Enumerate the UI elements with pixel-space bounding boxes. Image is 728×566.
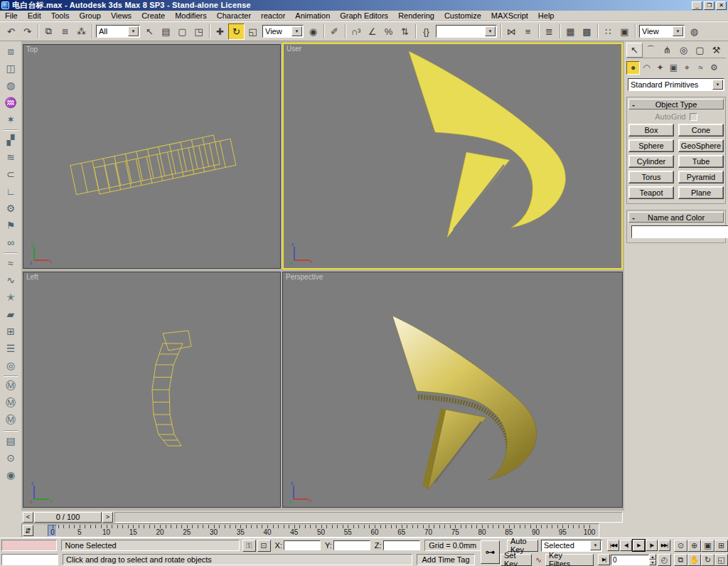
select-and-scale-icon[interactable]: ◱: [245, 23, 261, 40]
menu-graph-editors[interactable]: Graph Editors: [335, 11, 393, 21]
motor-icon[interactable]: ⚙: [2, 200, 19, 217]
close-button[interactable]: ✕: [716, 1, 727, 10]
logo-outer-swoosh[interactable]: [409, 51, 566, 228]
quick-render-icon[interactable]: ◍: [686, 23, 702, 40]
spring-icon[interactable]: ≋: [2, 149, 19, 166]
spinner-snap-toggle-icon[interactable]: ⇅: [397, 23, 413, 40]
render-type-dropdown[interactable]: View▼: [639, 25, 685, 38]
collapse-icon[interactable]: -: [629, 100, 638, 109]
select-by-name-icon[interactable]: ▤: [158, 23, 174, 40]
viewport-left-label[interactable]: Left: [26, 273, 38, 281]
auto-key-button[interactable]: Auto Key: [507, 540, 538, 552]
viewport-perspective[interactable]: Perspective: [282, 272, 623, 508]
zoom-icon[interactable]: ⊙: [674, 540, 687, 552]
percent-snap-toggle-icon[interactable]: %: [380, 23, 397, 40]
next-frame-arrow[interactable]: >: [102, 512, 113, 523]
chevron-down-icon[interactable]: ▼: [291, 26, 302, 36]
geometry-category-icon[interactable]: ●: [626, 61, 640, 75]
menu-modifiers[interactable]: Modifiers: [170, 11, 212, 21]
zoom-all-icon[interactable]: ⊕: [687, 540, 701, 552]
named-selection-sets-dropdown[interactable]: ▼: [436, 25, 497, 38]
autogrid-checkbox[interactable]: [690, 113, 697, 121]
cloth-collection-icon[interactable]: ◫: [2, 60, 19, 77]
create-animation-icon[interactable]: ◉: [2, 466, 19, 484]
reference-coordinate-system-dropdown[interactable]: View▼: [262, 25, 304, 38]
fracture-icon[interactable]: ⊞: [2, 323, 19, 340]
pan-icon[interactable]: ✋: [687, 554, 701, 566]
deforming-mesh-icon[interactable]: ✶: [2, 111, 19, 128]
next-frame-button[interactable]: |▶: [646, 540, 658, 551]
use-pivot-point-center-icon[interactable]: ◉: [305, 23, 321, 40]
render-scene-icon[interactable]: ▣: [616, 23, 633, 40]
selection-lock-icon[interactable]: ⚿: [242, 540, 256, 552]
maximize-button[interactable]: ❒: [704, 1, 714, 10]
viewport-top[interactable]: Top y x z: [23, 44, 281, 269]
rope-icon[interactable]: ∿: [2, 272, 19, 289]
wheel-icon[interactable]: ◎: [2, 357, 19, 374]
object-type-cone-button[interactable]: Cone: [678, 124, 724, 137]
object-type-torus-button[interactable]: Torus: [628, 171, 674, 183]
go-to-end-button[interactable]: ▶▶|: [658, 540, 670, 551]
time-configuration-icon[interactable]: ◴: [658, 554, 671, 566]
plate-icon[interactable]: ▰: [2, 306, 19, 323]
set-key-button[interactable]: Set Key: [500, 554, 532, 566]
object-type-box-button[interactable]: Box: [628, 124, 674, 137]
time-slider-track[interactable]: [114, 512, 623, 523]
chevron-down-icon[interactable]: ▼: [590, 540, 601, 550]
chevron-down-icon[interactable]: ▼: [712, 80, 723, 90]
x-coordinate-field[interactable]: [284, 540, 321, 550]
select-object-icon[interactable]: ↖: [141, 23, 158, 40]
capsule-icon[interactable]: ⊂: [2, 166, 19, 183]
go-to-start-button[interactable]: |◀◀: [607, 540, 619, 551]
set-keys-button[interactable]: ⊶: [481, 540, 500, 564]
chevron-down-icon[interactable]: ▼: [673, 26, 683, 36]
current-frame-field[interactable]: [611, 555, 649, 565]
select-and-rotate-icon[interactable]: ↻: [228, 23, 245, 40]
systems-category-icon[interactable]: ⚙: [707, 61, 721, 75]
menu-tools[interactable]: Tools: [46, 11, 75, 21]
display-tab[interactable]: ▢: [692, 43, 708, 58]
key-filters-button[interactable]: Key Filters...: [545, 554, 594, 566]
viewport-user-label[interactable]: User: [287, 45, 301, 53]
material-editor-icon[interactable]: ∷: [600, 23, 616, 40]
zoom-extents-all-icon[interactable]: ⊞: [714, 540, 728, 552]
maxscript-mini-listener-pink[interactable]: [1, 540, 57, 551]
menu-rendering[interactable]: Rendering: [393, 11, 439, 21]
hierarchy-tab[interactable]: ⋔: [659, 43, 675, 58]
menu-animation[interactable]: Animation: [290, 11, 335, 21]
menu-file[interactable]: File: [0, 11, 23, 21]
rectangular-selection-region-icon[interactable]: ▢: [174, 23, 191, 40]
logo-outer-swoosh-3d[interactable]: [392, 316, 537, 480]
frame-spinner[interactable]: ▲ ▼: [649, 554, 656, 565]
object-type-plane-button[interactable]: Plane: [678, 186, 724, 199]
menu-views[interactable]: Views: [106, 11, 136, 21]
object-type-geosphere-button[interactable]: GeoSphere: [678, 139, 724, 152]
cloth-modifier-icon[interactable]: Ⓜ: [2, 378, 19, 395]
window-crossing-icon[interactable]: ◳: [191, 23, 207, 40]
selection-filter-dropdown[interactable]: All▼: [96, 25, 140, 38]
key-mode-toggle-button[interactable]: ▶|: [598, 554, 610, 565]
snaps-toggle-icon[interactable]: ∩³: [348, 23, 364, 40]
mirror-icon[interactable]: ⋈: [503, 23, 520, 40]
play-button[interactable]: ▶: [633, 540, 645, 551]
helpers-category-icon[interactable]: ⌖: [680, 61, 694, 75]
name-and-color-rollout-header[interactable]: - Name and Color: [628, 212, 724, 223]
menu-character[interactable]: Character: [212, 11, 256, 21]
properties-window-icon[interactable]: ▤: [2, 432, 19, 449]
rag-doll-icon[interactable]: ✭: [2, 289, 19, 306]
motion-tab[interactable]: ◎: [675, 43, 692, 58]
object-type-tube-button[interactable]: Tube: [678, 155, 724, 168]
arc-rotate-icon[interactable]: ↻: [701, 554, 714, 566]
softbody-modifier-icon[interactable]: Ⓜ: [2, 395, 19, 412]
undo-icon[interactable]: ↶: [3, 23, 19, 40]
viewport-top-label[interactable]: Top: [26, 46, 38, 53]
redo-icon[interactable]: ↷: [19, 23, 36, 40]
edit-named-selection-sets-icon[interactable]: {}: [418, 23, 434, 40]
previous-frame-button[interactable]: ◀|: [620, 540, 632, 551]
space-warps-category-icon[interactable]: ≈: [694, 61, 707, 75]
zoom-extents-icon[interactable]: ▣: [701, 540, 714, 552]
open-mini-curve-editor-button[interactable]: ⇵: [23, 525, 33, 536]
soft-body-collection-icon[interactable]: ◍: [2, 77, 19, 94]
angle-snap-toggle-icon[interactable]: ∠: [364, 23, 380, 40]
fluid-icon[interactable]: ♒: [2, 94, 19, 111]
